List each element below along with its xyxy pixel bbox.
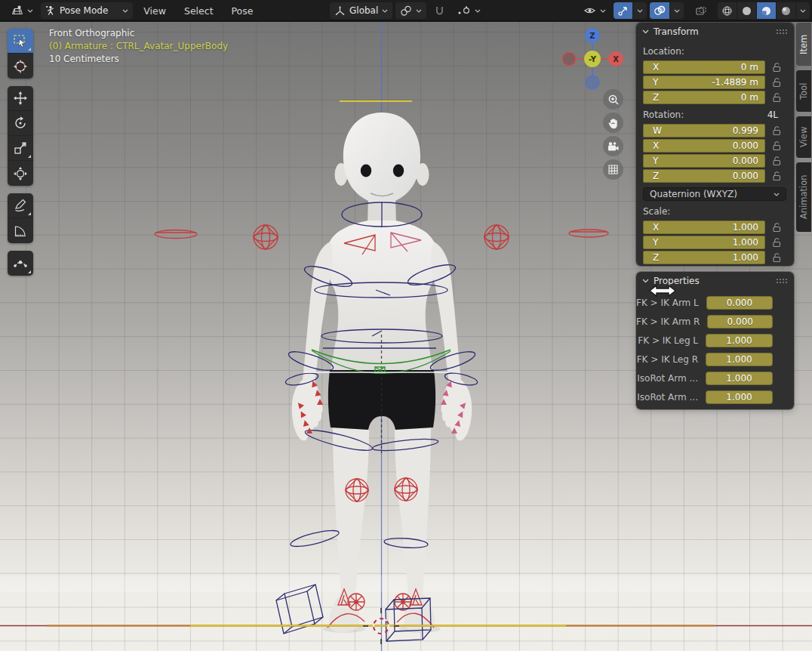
rotation-keyframe-badge: 4L bbox=[767, 110, 787, 120]
tool-pose-breakdowner[interactable] bbox=[8, 251, 33, 276]
pose-breakdowner-icon bbox=[13, 256, 28, 271]
transform-icon bbox=[13, 166, 28, 181]
location-z-field[interactable]: Z 0 m bbox=[643, 91, 765, 104]
tool-scale[interactable] bbox=[8, 136, 33, 161]
tool-cursor[interactable] bbox=[8, 54, 33, 79]
location-x-field[interactable]: X 0 m bbox=[643, 60, 765, 74]
fk-ik-arm-r-slider[interactable]: 0.000 bbox=[707, 315, 773, 329]
select-box-icon bbox=[13, 33, 28, 48]
gizmo-neg-x-axis[interactable] bbox=[562, 52, 576, 66]
lock-icon[interactable] bbox=[765, 252, 788, 263]
lock-icon[interactable] bbox=[765, 171, 788, 181]
navigation-gizmo[interactable]: Z X -Y bbox=[558, 24, 627, 94]
property-label: FK > IK Arm R bbox=[636, 316, 700, 327]
shading-wireframe-button[interactable] bbox=[718, 2, 737, 19]
gizmo-neg-y-label: -Y bbox=[589, 55, 597, 63]
snap-toggle[interactable] bbox=[429, 2, 450, 19]
mode-dropdown[interactable]: Pose Mode bbox=[41, 2, 133, 19]
show-gizmo-object-types-dropdown[interactable] bbox=[579, 2, 611, 19]
eye-visibility-icon bbox=[583, 5, 596, 16]
rotation-y-field[interactable]: Y 0.000 bbox=[643, 154, 765, 168]
gizmo-x-label: X bbox=[613, 55, 619, 63]
shading-dropdown[interactable] bbox=[796, 2, 810, 19]
tab-view[interactable]: View bbox=[796, 116, 811, 158]
overlays-toggle[interactable] bbox=[650, 2, 669, 19]
chevron-down-icon bbox=[774, 193, 780, 196]
shading-rendered-button[interactable] bbox=[777, 2, 795, 19]
solid-sphere-icon bbox=[741, 5, 752, 17]
viewport-region: Front Orthographic (0) Armature : CTRL_A… bbox=[0, 22, 812, 651]
tool-rotate[interactable] bbox=[8, 111, 33, 136]
panel-collapse-icon bbox=[642, 29, 649, 34]
location-y-field[interactable]: Y -1.4889 m bbox=[643, 76, 765, 89]
scale-y-field[interactable]: Y 1.000 bbox=[643, 236, 765, 249]
panel-grip-icon[interactable] bbox=[776, 278, 788, 284]
fk-ik-leg-l-slider[interactable]: 1.000 bbox=[706, 334, 773, 347]
scale-z-field[interactable]: Z 1.000 bbox=[643, 251, 765, 264]
camera-view-button[interactable] bbox=[603, 136, 623, 156]
pose-mode-icon bbox=[45, 5, 56, 16]
pan-button[interactable] bbox=[603, 113, 623, 133]
transform-orientation-dropdown[interactable]: Global bbox=[330, 2, 392, 19]
lock-icon[interactable] bbox=[765, 62, 788, 73]
zoom-icon bbox=[607, 94, 620, 106]
isorot-arm-2-slider[interactable]: 1.000 bbox=[706, 390, 773, 404]
fk-ik-leg-r-slider[interactable]: 1.000 bbox=[706, 353, 773, 366]
toggle-ortho-button[interactable] bbox=[603, 159, 623, 180]
lock-icon[interactable] bbox=[765, 92, 788, 103]
wireframe-sphere-icon bbox=[721, 5, 733, 17]
menu-select[interactable]: Select bbox=[177, 2, 221, 19]
chevron-down-icon bbox=[475, 9, 481, 13]
panel-title: Transform bbox=[654, 26, 699, 37]
transform-panel: Transform Location: X 0 m Y -1.4889 m bbox=[636, 23, 794, 266]
tool-annotate[interactable] bbox=[8, 193, 33, 218]
scale-x-field[interactable]: X 1.000 bbox=[643, 221, 765, 234]
fk-ik-arm-l-slider[interactable]: 0.000 bbox=[706, 296, 773, 310]
mouse-cursor-resize bbox=[649, 284, 676, 298]
tool-measure[interactable] bbox=[8, 218, 33, 243]
lock-icon[interactable] bbox=[765, 222, 788, 233]
tool-move[interactable] bbox=[8, 86, 33, 111]
tool-transform[interactable] bbox=[8, 161, 33, 186]
isorot-arm-1-slider[interactable]: 1.000 bbox=[706, 372, 773, 385]
gizmos-toggle[interactable] bbox=[614, 2, 632, 19]
proportional-editing-dropdown[interactable] bbox=[453, 2, 485, 19]
tab-item[interactable]: Item bbox=[796, 23, 811, 66]
editor-type-button[interactable] bbox=[6, 2, 38, 19]
rotation-z-field[interactable]: Z 0.000 bbox=[643, 169, 765, 183]
property-label: FK > IK Leg R bbox=[636, 354, 698, 365]
overlays-dropdown[interactable] bbox=[670, 2, 684, 19]
rotation-w-field[interactable]: W 0.999 bbox=[643, 124, 765, 137]
gizmos-dropdown[interactable] bbox=[633, 2, 647, 19]
shading-solid-button[interactable] bbox=[737, 2, 756, 19]
menu-view[interactable]: View bbox=[136, 2, 174, 19]
menu-pose[interactable]: Pose bbox=[224, 2, 261, 19]
scale-label: Scale: bbox=[643, 206, 670, 217]
panel-grip-icon[interactable] bbox=[776, 29, 788, 35]
scale-icon bbox=[13, 140, 28, 156]
orientation-axes-icon bbox=[334, 5, 346, 17]
tab-animation[interactable]: Animation bbox=[796, 162, 811, 232]
xray-toggle[interactable] bbox=[691, 2, 712, 19]
tool-shelf bbox=[8, 29, 33, 276]
lock-icon[interactable] bbox=[765, 156, 788, 166]
rotate-icon bbox=[13, 116, 28, 131]
lock-icon[interactable] bbox=[765, 140, 788, 151]
camera-icon bbox=[607, 141, 620, 152]
material-preview-sphere-icon bbox=[761, 5, 772, 17]
snap-target-dropdown[interactable] bbox=[395, 2, 426, 19]
rotation-mode-dropdown[interactable]: Quaternion (WXYZ) bbox=[643, 187, 786, 201]
gizmo-neg-z-axis[interactable] bbox=[586, 76, 599, 89]
rotation-x-field[interactable]: X 0.000 bbox=[643, 139, 765, 153]
grid-scale-label: 10 Centimeters bbox=[49, 53, 228, 66]
shading-material-preview-button[interactable] bbox=[757, 2, 776, 19]
transform-panel-header[interactable]: Transform bbox=[636, 23, 794, 41]
tool-select-box[interactable] bbox=[8, 29, 33, 54]
lock-icon[interactable] bbox=[765, 77, 788, 88]
tab-tool[interactable]: Tool bbox=[796, 70, 811, 112]
zoom-button[interactable] bbox=[603, 89, 623, 110]
chevron-down-icon bbox=[382, 9, 388, 13]
lock-icon[interactable] bbox=[765, 237, 788, 248]
lock-icon[interactable] bbox=[765, 125, 788, 136]
chevron-down-icon bbox=[800, 9, 806, 13]
